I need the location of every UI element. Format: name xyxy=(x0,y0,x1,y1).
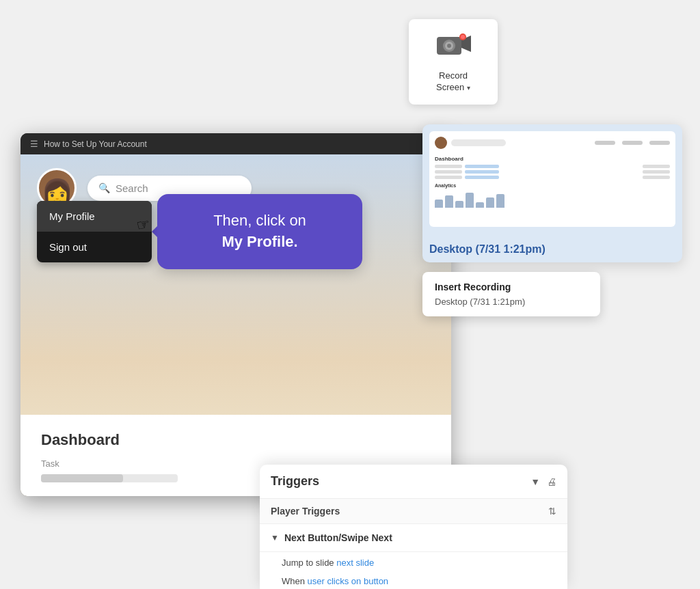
triggers-print-icon[interactable]: 🖨 xyxy=(547,476,556,487)
sign-out-menu-item[interactable]: Sign out xyxy=(37,232,152,262)
next-button-row: ▼ Next Button/Swipe Next xyxy=(260,524,567,552)
user-clicks-on-link[interactable]: user clicks on xyxy=(308,576,362,586)
trigger-action-text-1: Jump to slide next slide xyxy=(282,558,556,568)
dropdown-arrow-icon: ▾ xyxy=(467,84,470,92)
trigger-action-text-2: When user clicks on button xyxy=(282,576,556,586)
user-dropdown-menu: My Profile Sign out xyxy=(37,201,152,262)
search-placeholder: Search xyxy=(116,182,148,194)
triggers-header-icons: ▼ 🖨 xyxy=(530,476,556,487)
triggers-panel: Triggers ▼ 🖨 Player Triggers ⇅ ▼ Next Bu… xyxy=(260,465,567,589)
mini-app-preview: Dashboard Analytics xyxy=(429,131,675,227)
camera-record-icon xyxy=(435,30,471,65)
player-triggers-label: Player Triggers xyxy=(271,506,340,517)
cursor-hand-icon: ☞ xyxy=(135,215,152,234)
callout-emphasis: My Profile. xyxy=(221,233,297,250)
desktop-preview-panel: Dashboard Analytics xyxy=(422,124,682,262)
record-screen-icon-area xyxy=(422,30,484,65)
task-progress-fill xyxy=(41,474,123,482)
insert-recording-subtitle: Desktop (7/31 1:21pm) xyxy=(435,297,588,307)
dashboard-title: Dashboard xyxy=(41,431,431,449)
trigger-action-row-2: When user clicks on button xyxy=(260,571,567,589)
app-title: How to Set Up Your Account xyxy=(44,139,147,149)
filter-icon[interactable]: ⇅ xyxy=(548,506,556,517)
callout-text: Then, click on My Profile. xyxy=(179,210,340,253)
insert-recording-title: Insert Recording xyxy=(435,282,588,292)
app-content-area: 👩 🔍 Search My Profile Sign out ☞ Then, c… xyxy=(21,154,451,496)
next-button-chevron-icon[interactable]: ▼ xyxy=(271,533,279,543)
player-triggers-row: Player Triggers ⇅ xyxy=(260,499,567,524)
mini-avatar xyxy=(435,137,447,149)
app-title-bar: ☰ How to Set Up Your Account xyxy=(21,133,451,154)
main-app-window: ☰ How to Set Up Your Account 👩 🔍 Search … xyxy=(21,133,451,496)
next-button-label: Next Button/Swipe Next xyxy=(284,532,392,543)
button-link[interactable]: button xyxy=(364,576,388,586)
next-slide-link[interactable]: next slide xyxy=(336,558,374,568)
record-screen-button[interactable]: Record Screen ▾ xyxy=(409,19,498,105)
hamburger-icon: ☰ xyxy=(30,139,38,149)
my-profile-menu-item[interactable]: My Profile xyxy=(37,201,152,232)
callout-bubble: Then, click on My Profile. xyxy=(157,194,362,269)
trigger-action-row-1: Jump to slide next slide xyxy=(260,552,567,571)
desktop-preview-label: Desktop (7/31 1:21pm) xyxy=(422,238,682,262)
triggers-title: Triggers xyxy=(271,474,319,489)
record-screen-label: Record Screen ▾ xyxy=(422,70,484,94)
search-icon: 🔍 xyxy=(98,182,110,193)
triggers-dropdown-icon[interactable]: ▼ xyxy=(530,476,540,487)
insert-recording-tooltip: Insert Recording Desktop (7/31 1:21pm) xyxy=(422,272,600,316)
task-progress-bar xyxy=(41,474,178,482)
mini-nav-items xyxy=(595,141,670,145)
mini-search-bar xyxy=(451,139,506,146)
triggers-header: Triggers ▼ 🖨 xyxy=(260,465,567,499)
svg-point-6 xyxy=(461,35,465,39)
svg-point-3 xyxy=(447,44,451,48)
